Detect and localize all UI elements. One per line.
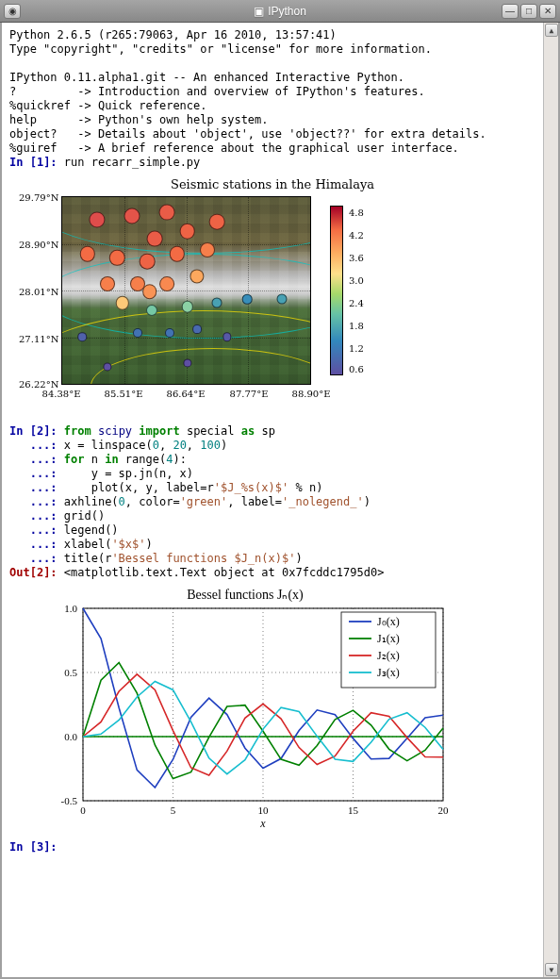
seismic-station <box>147 231 163 247</box>
seismic-station <box>159 205 175 221</box>
svg-text:10: 10 <box>258 805 270 816</box>
svg-text:15: 15 <box>348 805 359 816</box>
seismic-colorbar <box>330 206 343 375</box>
svg-text:J₂(x): J₂(x) <box>377 649 400 662</box>
svg-text:1.0: 1.0 <box>64 603 77 614</box>
close-button[interactable]: ✕ <box>539 4 556 19</box>
seismic-xtick: 86.64°E <box>167 389 206 401</box>
seismic-map <box>61 196 311 385</box>
colorbar-tick: 3.0 <box>349 275 364 288</box>
seismic-station <box>79 246 94 261</box>
input-cell-3: In [3]: <box>9 840 535 855</box>
colorbar-tick: 1.8 <box>349 321 364 333</box>
svg-text:-0.5: -0.5 <box>61 795 78 806</box>
svg-text:0.0: 0.0 <box>64 731 77 742</box>
seismic-ytick: 28.01°N <box>19 287 58 299</box>
seismic-station <box>165 328 174 338</box>
content-pane: Python 2.6.5 (r265:79063, Apr 16 2010, 1… <box>0 23 560 979</box>
seismic-title: Seismic stations in the Himalaya <box>9 177 535 192</box>
window-title: IPython <box>268 5 306 18</box>
seismic-ytick: 29.79°N <box>19 192 58 205</box>
seismic-xtick: 85.51°E <box>105 389 143 401</box>
seismic-xtick: 87.77°E <box>230 389 269 401</box>
svg-text:20: 20 <box>438 805 450 816</box>
bessel-title: Bessel functions Jₙ(x) <box>187 588 304 603</box>
input-cell-2: In [2]: from scipy import special as sp … <box>9 424 535 580</box>
seismic-ytick: 27.11°N <box>19 334 58 346</box>
colorbar-tick: 2.4 <box>349 298 364 310</box>
seismic-ytick: 28.90°N <box>19 240 58 252</box>
minimize-button[interactable]: — <box>502 4 519 19</box>
seismic-station <box>133 328 142 338</box>
seismic-station <box>124 208 140 224</box>
seismic-station <box>242 294 253 305</box>
svg-text:x: x <box>259 817 266 830</box>
seismic-plot: Seismic stations in the Himalaya 29.79°N… <box>9 177 535 413</box>
seismic-station <box>100 276 115 291</box>
scroll-down-button[interactable]: ▼ <box>545 963 558 976</box>
seismic-station <box>179 224 195 240</box>
seismic-station <box>140 254 156 270</box>
colorbar-tick: 3.6 <box>349 253 364 265</box>
seismic-station <box>212 298 222 308</box>
svg-text:J₀(x): J₀(x) <box>377 615 400 628</box>
input-cell-1: In [1]: run recarr_simple.py <box>9 156 535 170</box>
svg-text:0: 0 <box>80 805 86 816</box>
seismic-xtick: 84.38°E <box>42 389 81 401</box>
window-titlebar: ◉ ▣ IPython — □ ✕ <box>0 0 560 23</box>
ipython-terminal[interactable]: Python 2.6.5 (r265:79063, Apr 16 2010, 1… <box>2 23 543 977</box>
window-app-icon: ▣ <box>254 5 264 18</box>
colorbar-tick: 0.6 <box>349 364 364 376</box>
seismic-station <box>77 332 87 341</box>
python-banner: Python 2.6.5 (r265:79063, Apr 16 2010, 1… <box>9 28 535 156</box>
seismic-xtick: 88.90°E <box>292 389 331 401</box>
seismic-station <box>277 294 288 305</box>
colorbar-tick: 4.8 <box>349 207 364 220</box>
seismic-station <box>159 276 174 291</box>
svg-text:J₁(x): J₁(x) <box>377 632 400 645</box>
maximize-button[interactable]: □ <box>520 4 537 19</box>
svg-text:J₃(x): J₃(x) <box>377 666 400 679</box>
vertical-scrollbar[interactable]: ▲ ▼ <box>543 23 558 977</box>
window-menu-button[interactable]: ◉ <box>4 4 21 19</box>
colorbar-tick: 1.2 <box>349 343 364 356</box>
seismic-station <box>146 305 157 316</box>
seismic-station <box>209 214 225 230</box>
scroll-up-button[interactable]: ▲ <box>545 24 558 37</box>
seismic-station <box>200 242 215 257</box>
svg-text:5: 5 <box>171 805 176 816</box>
svg-text:0.5: 0.5 <box>64 667 77 678</box>
seismic-station <box>192 324 202 334</box>
colorbar-tick: 4.2 <box>349 230 364 242</box>
seismic-station <box>142 284 157 299</box>
bessel-plot: Bessel functions Jₙ(x) 051015201.00.50.0… <box>38 586 453 831</box>
